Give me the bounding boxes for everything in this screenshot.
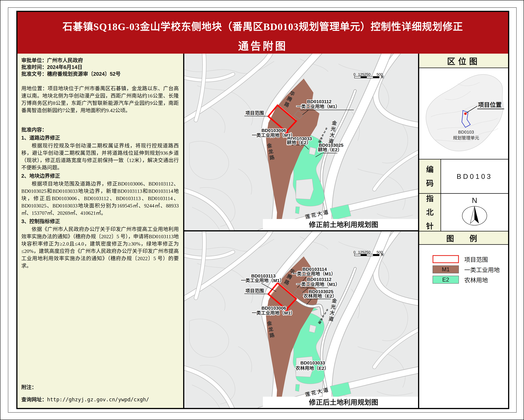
unit-code-text: BD0103 [458,130,474,134]
compass-row: 指北针 N [419,194,508,231]
approval-doc-line: 批准文号：穗府番规划资源审〔2024〕52号 [21,71,179,77]
label-project-scope: 项目范围 [245,110,264,116]
scale-unit: 米 [380,252,384,257]
code-label-cell: 编码 [419,160,441,193]
code-value: BD0103 [457,172,492,180]
legend-label: 项目范围 [464,255,488,263]
label-bd0103113-use: 一类工业用地（M1） [241,278,284,283]
compass-label: 指北针 [426,192,434,233]
project-scope-swatch [433,255,459,263]
page-subtitle: 通告附图 [17,38,508,53]
label-bd0103033-use: 耕地（E2） [287,140,311,145]
compass-label-cell: 指北针 [419,194,441,231]
right-panel-divider [418,54,419,408]
label-bd0103033-code: BD0103033 [300,360,325,365]
scale-250: 250 [364,250,370,254]
note-label: 附注： [21,383,179,390]
map-before-revision: BD0103112 一类工业用地（M1） 项目范围 BD0103006 一类工业… [184,54,418,230]
scale-125: 125 [358,72,364,76]
section1-body: 根据现行控规及华创动漫二期权属证界线，将现行控规道路西移，避让华创动漫二期权属范… [21,142,179,171]
label-bd0103112-code: BD0103112 [307,277,332,282]
legend-label: 农林用地 [464,275,488,284]
location-paragraph: 用地位置：项目地块位于广州市番禺区石碁镇，金龙路以东、广台高速以南。地块北侧为华… [21,85,179,114]
info-panel-footer: 附注： 查询网址：http://ghzyj.gz.gov.cn/ywpd/cxg… [21,383,179,403]
query-url-line: 查询网址：http://ghzyj.gz.gov.cn/ywpd/cxgh/ [21,395,179,403]
label-bd0103006-code: BD0103006 [262,128,286,133]
legend: 项目范围 M1 一类工业用地 E2 农林用地 [419,245,508,285]
legend-item-project-scope: 项目范围 [433,254,508,264]
section3-body: 依据《广州市人民政府办公厅关于印发广州市提高工业用地利用效率实施办法的通知》（穗… [21,226,179,269]
scale-unit: 米 [380,75,384,79]
approval-date-line: 批准时间：2024年6月14日 [21,64,179,71]
code-value-cell: BD0103 [441,160,508,193]
title-banner: 石碁镇SQ18G-03金山学校东侧地块（番禺区BD0103规划管理单元）控制性详… [17,12,508,54]
legend-label: 一类工业用地 [464,265,500,274]
label-project-scope: 项目范围 [245,288,264,294]
north-arrow-icon: N [455,196,494,228]
content-heading: 批准内容： [21,126,179,133]
label-bd0103112-use: 一类工业用地（M1） [297,282,340,287]
compass-cell: N [441,194,508,231]
legend-title: 图 例 [419,231,508,245]
section3-heading: 3、控制指标修正 [21,218,179,225]
map-before-caption: 修正前土地利用规划图 [309,221,378,228]
section2-heading: 2、地块边界修正 [21,173,179,179]
code-label: 编码 [426,162,434,190]
info-panel: 审批单位：广州市人民政府 批准时间：2024年6月14日 批准文号：穗府番规划资… [17,54,184,408]
query-url-value: http://ghzyj.gz.gov.cn/ywpd/cxgh/ [47,396,149,403]
scale-0: 0 [353,72,356,76]
scale-125: 125 [358,250,364,254]
approval-unit-line: 审批单位：广州市人民政府 [21,57,179,64]
location-map-cell: 项目位置 BD0103 规划管理单元 [419,68,508,160]
label-bd0103112-code: BD0103112 [307,99,332,104]
legend-item-e2: E2 农林用地 [433,275,508,285]
map-after-revision: BD0103114 一类工业用地（M1） BD0103113 一类工业用地（M1… [184,231,418,408]
label-bd0103006-code: BD0103006 [262,305,286,311]
label-bd0103114-use: 一类工业用地（M1） [292,271,336,277]
label-bd0103113-code: BD0103113 [251,273,276,278]
north-letter: N [472,196,477,204]
scale-250: 250 [364,72,370,76]
legend-item-m1: M1 一类工业用地 [433,264,508,275]
location-map-title: 区位图 [419,54,508,68]
label-bd0103114-code: BD0103114 [302,267,327,272]
page-title: 石碁镇SQ18G-03金山学校东侧地块（番禺区BD0103规划管理单元）控制性详… [17,19,508,33]
label-bd0103025-code: BD0103025 [309,289,333,294]
project-location-dot [464,112,467,115]
maps-divider [184,230,418,231]
project-location-label: 项目位置 [478,101,502,108]
query-url-label: 查询网址： [21,397,47,402]
location-map: 项目位置 BD0103 规划管理单元 [419,68,508,159]
sidebar: 区位图 项目位置 BD0103 规划管理单元 [419,54,508,408]
label-bd0103033-use: 农林用地（E2） [296,366,329,371]
scale-0: 0 [353,250,356,254]
code-row: 编码 BD0103 [419,160,508,194]
e2-swatch: E2 [433,276,459,284]
section1-heading: 1、道路边界修正 [21,134,179,141]
label-bd0103006-use: 一类工业用地（M1） [252,310,295,316]
section2-body: 根据项目地块范围及道路边界，修正BD0103006、BD0103112、BD01… [21,180,179,217]
label-bd0103112-use: 一类工业用地（M1） [297,104,340,109]
label-bd0103025-use: 耕地（E2） [318,147,342,152]
planning-notice-page: 石碁镇SQ18G-03金山学校东侧地块（番禺区BD0103规划管理单元）控制性详… [0,0,524,420]
map-after-caption: 修正后土地利用规划图 [309,398,378,406]
unit-label-text: 规划管理单元 [453,135,479,140]
m1-swatch: M1 [433,265,459,273]
